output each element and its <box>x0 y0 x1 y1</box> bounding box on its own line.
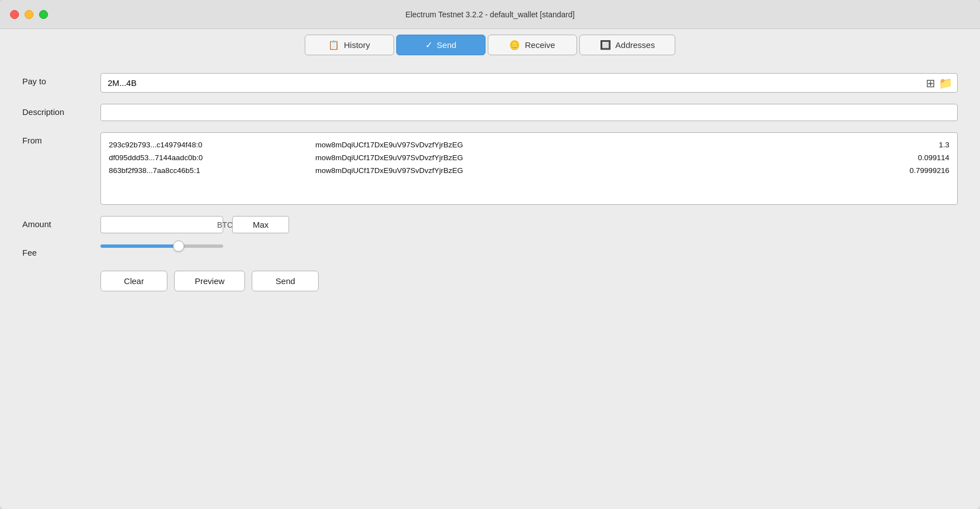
amount-control: BTC Max <box>100 216 958 233</box>
amount-input[interactable] <box>107 220 213 229</box>
description-label: Description <box>22 104 100 117</box>
pay-to-icons: ⊞ 📁 <box>926 76 953 90</box>
amount-label: Amount <box>22 216 100 229</box>
send-icon: ✓ <box>425 40 433 50</box>
pay-to-control: ⊞ 📁 <box>100 73 958 93</box>
fee-control <box>100 244 958 248</box>
pay-to-label: Pay to <box>22 73 100 86</box>
from-box: 293c92b793...c149794f48:0 mow8mDqiUCf17D… <box>100 132 958 205</box>
fee-label: Fee <box>22 244 100 257</box>
from-label: From <box>22 132 100 145</box>
titlebar: Electrum Testnet 3.2.2 - default_wallet … <box>0 0 980 29</box>
window-controls <box>10 10 48 19</box>
fee-slider-wrapper <box>100 244 958 248</box>
tab-history-label: History <box>344 40 370 50</box>
history-icon: 📋 <box>328 40 339 50</box>
from-row-0: 293c92b793...c149794f48:0 mow8mDqiUCf17D… <box>109 138 949 151</box>
pay-to-row: Pay to ⊞ 📁 <box>22 73 958 93</box>
from-address-0: mow8mDqiUCf17DxE9uV97SvDvzfYjrBzEG <box>315 141 882 149</box>
amount-row: Amount BTC Max <box>22 216 958 233</box>
addresses-icon: 🔲 <box>600 40 611 50</box>
from-amount-2: 0.79999216 <box>882 166 949 175</box>
fee-slider[interactable] <box>100 244 223 248</box>
from-row-2: 863bf2f938...7aa8cc46b5:1 mow8mDqiUCf17D… <box>109 164 949 177</box>
send-button[interactable]: Send <box>252 271 319 291</box>
tab-send-label: Send <box>437 40 457 50</box>
from-address-2: mow8mDqiUCf17DxE9uV97SvDvzfYjrBzEG <box>315 166 882 175</box>
description-control <box>100 104 958 121</box>
clear-button[interactable]: Clear <box>100 271 167 291</box>
from-txid-0: 293c92b793...c149794f48:0 <box>109 141 315 149</box>
qr-icon[interactable]: ⊞ <box>926 76 935 90</box>
main-content: Pay to ⊞ 📁 Description From <box>0 60 980 509</box>
pay-to-wrapper: ⊞ 📁 <box>100 73 958 93</box>
description-row: Description <box>22 104 958 121</box>
from-txid-2: 863bf2f938...7aa8cc46b5:1 <box>109 166 315 175</box>
from-row: From 293c92b793...c149794f48:0 mow8mDqiU… <box>22 132 958 205</box>
description-input[interactable] <box>100 104 958 121</box>
from-amount-0: 1.3 <box>882 141 949 149</box>
from-row-1: df095ddd53...7144aadc0b:0 mow8mDqiUCf17D… <box>109 151 949 164</box>
action-buttons: Clear Preview Send <box>100 271 958 291</box>
fee-row: Fee <box>22 244 958 257</box>
maximize-button[interactable] <box>39 10 48 19</box>
from-address-1: mow8mDqiUCf17DxE9uV97SvDvzfYjrBzEG <box>315 153 882 162</box>
tab-send[interactable]: ✓ Send <box>396 35 486 55</box>
folder-icon[interactable]: 📁 <box>939 76 953 90</box>
tab-addresses-label: Addresses <box>616 40 655 50</box>
app-window: Electrum Testnet 3.2.2 - default_wallet … <box>0 0 980 509</box>
tab-addresses[interactable]: 🔲 Addresses <box>579 35 676 55</box>
tab-receive[interactable]: 🪙 Receive <box>488 35 577 55</box>
from-amount-1: 0.099114 <box>882 153 949 162</box>
window-title: Electrum Testnet 3.2.2 - default_wallet … <box>405 10 574 19</box>
amount-unit: BTC <box>217 220 233 229</box>
tab-receive-label: Receive <box>525 40 555 50</box>
amount-row-inner: BTC Max <box>100 216 958 233</box>
pay-to-input[interactable] <box>105 76 926 90</box>
from-txid-1: df095ddd53...7144aadc0b:0 <box>109 153 315 162</box>
from-control: 293c92b793...c149794f48:0 mow8mDqiUCf17D… <box>100 132 958 205</box>
amount-input-wrapper: BTC <box>100 216 223 233</box>
receive-icon: 🪙 <box>509 40 520 50</box>
tab-history[interactable]: 📋 History <box>305 35 394 55</box>
tab-bar: 📋 History ✓ Send 🪙 Receive 🔲 Addresses <box>0 29 980 60</box>
max-button[interactable]: Max <box>232 216 289 233</box>
minimize-button[interactable] <box>25 10 33 19</box>
close-button[interactable] <box>10 10 19 19</box>
preview-button[interactable]: Preview <box>174 271 245 291</box>
